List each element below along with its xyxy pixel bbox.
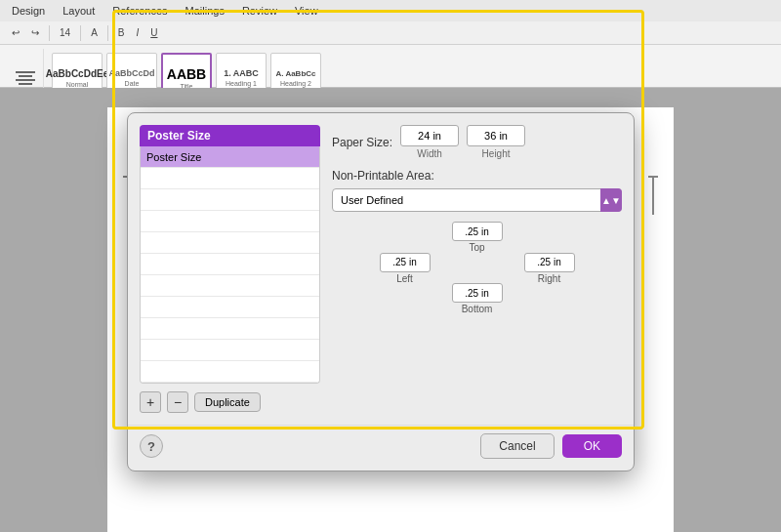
footer-buttons: Cancel OK	[480, 433, 622, 459]
height-label: Height	[482, 148, 511, 159]
help-button[interactable]: ?	[140, 434, 163, 458]
tab-view[interactable]: View	[287, 3, 326, 19]
tab-layout[interactable]: Layout	[55, 3, 103, 19]
tab-references[interactable]: References	[104, 3, 175, 19]
right-margin-group: Right	[524, 253, 575, 284]
paper-size-item-0[interactable]: Poster Size	[141, 146, 319, 168]
paper-size-row: Paper Size: Width Height	[332, 125, 622, 159]
font-a[interactable]: A	[87, 26, 102, 39]
bottom-margin-label: Bottom	[462, 304, 493, 314]
duplicate-button[interactable]: Duplicate	[194, 392, 261, 412]
sep3	[107, 25, 108, 41]
paper-size-item-4[interactable]	[141, 232, 319, 254]
width-input[interactable]	[400, 125, 459, 146]
paper-size-item-2[interactable]	[141, 189, 319, 211]
paper-size-label: Paper Size:	[332, 136, 392, 149]
dropdown-arrow-icon[interactable]: ▲▼	[600, 188, 622, 212]
paper-list[interactable]: Poster Size	[140, 146, 320, 384]
paper-list-panel: Poster Size Poster Size + −	[140, 125, 320, 413]
paper-size-item-8[interactable]	[141, 318, 319, 340]
underline-btn[interactable]: U	[146, 26, 161, 39]
bottom-margin-input[interactable]	[452, 283, 503, 303]
dropdown-row: ▲▼	[332, 188, 622, 212]
paper-size-item-7[interactable]	[141, 297, 319, 318]
ribbon-tabs: Design Layout References Mailings Review…	[0, 0, 781, 21]
list-actions: + − Duplicate	[140, 391, 320, 413]
dialog-overlay: Poster Size Poster Size + −	[0, 88, 781, 532]
tab-review[interactable]: Review	[234, 3, 285, 19]
right-margin-label: Right	[538, 273, 560, 284]
top-margin-group: Top	[452, 222, 503, 253]
undo-btn[interactable]: ↩	[8, 26, 23, 39]
settings-panel: Paper Size: Width Height Non-Printable A…	[332, 125, 622, 413]
paper-size-item-5[interactable]	[141, 254, 319, 275]
bottom-margin-group: Bottom	[452, 283, 503, 314]
paper-size-item-6[interactable]	[141, 275, 319, 297]
dialog-body: Poster Size Poster Size + −	[128, 113, 634, 425]
width-input-group: Width	[400, 125, 459, 159]
toolbar: ↩ ↪ 14 A B I U	[0, 21, 781, 45]
margin-inputs-group: Top Left Right Bottom	[380, 222, 575, 314]
sep2	[80, 25, 81, 41]
bold-btn[interactable]: B	[114, 26, 129, 39]
tab-design[interactable]: Design	[4, 3, 53, 19]
top-margin-label: Top	[469, 242, 484, 253]
font-size[interactable]: 14	[56, 26, 74, 39]
left-margin-group: Left	[380, 253, 431, 284]
left-margin-input[interactable]	[380, 253, 431, 272]
add-size-button[interactable]: +	[140, 391, 161, 413]
paper-list-header: Poster Size	[140, 125, 320, 146]
width-label: Width	[417, 148, 442, 159]
non-printable-header: Non-Printable Area:	[332, 169, 622, 183]
sep1	[49, 25, 50, 41]
dropdown-wrapper: ▲▼	[332, 188, 622, 212]
remove-size-button[interactable]: −	[167, 391, 188, 413]
paper-size-item-3[interactable]	[141, 211, 319, 232]
align-left-btn[interactable]	[12, 69, 39, 87]
page-setup-dialog: Poster Size Poster Size + −	[127, 112, 635, 471]
right-margin-input[interactable]	[524, 253, 575, 272]
dialog-footer: ? Cancel OK	[128, 425, 634, 471]
tab-mailings[interactable]: Mailings	[178, 3, 232, 19]
height-input-group: Height	[467, 125, 525, 159]
italic-btn[interactable]: I	[132, 26, 143, 39]
top-margin-input[interactable]	[452, 222, 503, 241]
ribbon: Design Layout References Mailings Review…	[0, 0, 781, 88]
cancel-button[interactable]: Cancel	[480, 433, 554, 459]
left-margin-label: Left	[396, 273, 413, 284]
ok-button[interactable]: OK	[562, 434, 622, 458]
height-input[interactable]	[467, 125, 525, 146]
user-defined-input[interactable]	[332, 188, 622, 212]
paper-size-item-1[interactable]	[141, 168, 319, 189]
paper-size-item-9[interactable]	[141, 340, 319, 361]
redo-btn[interactable]: ↪	[27, 26, 43, 39]
paper-size-item-10[interactable]	[141, 361, 319, 383]
